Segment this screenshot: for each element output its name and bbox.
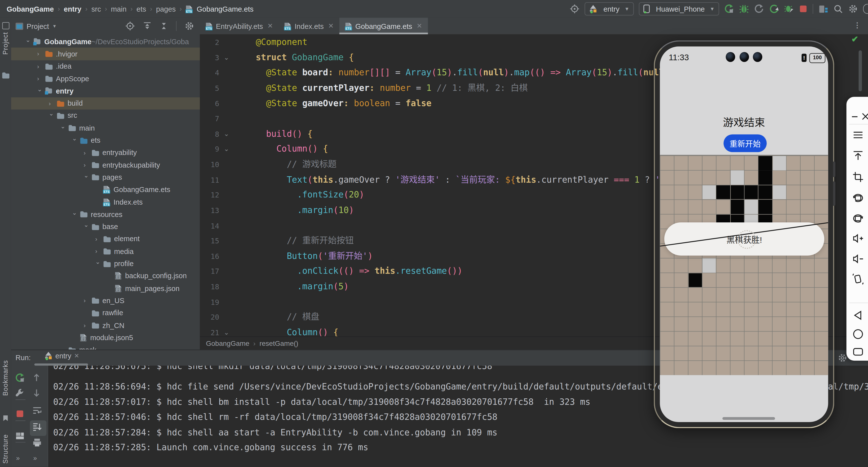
volume-down-icon[interactable] [852, 253, 868, 265]
chevron-expanded-icon[interactable]: ⌄ [49, 110, 55, 118]
editor-breadcrumb-item[interactable]: resetGame() [259, 340, 298, 347]
scroll-to-end-active[interactable] [30, 420, 46, 436]
menu-icon[interactable] [852, 129, 868, 141]
chevron-expanded-icon[interactable]: ⌄ [37, 86, 44, 93]
next-occurrence-icon[interactable] [32, 388, 41, 398]
home-indicator[interactable] [722, 417, 775, 420]
print-icon[interactable] [32, 438, 42, 447]
stop-icon[interactable] [16, 409, 25, 418]
tree-item-AppScope[interactable]: › AppScope [11, 72, 200, 85]
close-icon[interactable]: ✕ [328, 22, 334, 30]
restart-game-button[interactable]: 重新开始 [723, 135, 767, 152]
chevron-collapsed-icon[interactable]: › [84, 162, 90, 168]
soft-wrap-icon[interactable] [32, 406, 42, 415]
profile-button[interactable] [754, 4, 764, 14]
recents-icon[interactable] [852, 346, 868, 358]
tree-item-media[interactable]: › media [11, 245, 200, 258]
chevron-collapsed-icon[interactable]: › [95, 236, 102, 242]
chevron-collapsed-icon[interactable]: › [84, 297, 90, 304]
screenshot-top-icon[interactable] [852, 149, 868, 161]
restart-button[interactable] [769, 4, 779, 14]
debug-restart-button[interactable] [784, 4, 794, 14]
chevron-expanded-icon[interactable]: ⌄ [26, 36, 32, 43]
chevron-expanded-icon[interactable]: ⌄ [84, 172, 90, 179]
structure-tool-button[interactable] [818, 4, 828, 14]
chevron-expanded-icon[interactable]: ⌄ [84, 222, 90, 229]
tree-item-ets[interactable]: ⌄ ets [11, 134, 200, 146]
fold-marker-icon[interactable]: ⌄ [223, 52, 229, 63]
restore-layout-icon[interactable] [15, 431, 25, 441]
chevron-expanded-icon[interactable]: ⌄ [60, 123, 67, 130]
code-line-5[interactable]: @State currentPlayer: number = 1 // 1: 黑… [256, 82, 528, 94]
chevron-down-icon[interactable]: ▼ [52, 24, 57, 28]
prev-occurrence-icon[interactable] [32, 373, 41, 383]
tree-item-backup_config.json[interactable]: {;} backup_config.json [11, 270, 200, 282]
tree-item-.hvigor[interactable]: › .hvigor [11, 47, 200, 60]
strip-folder-icon[interactable] [2, 72, 9, 78]
tree-item-module.json5[interactable]: {;} module.json5 [11, 332, 200, 344]
close-icon[interactable]: ✕ [267, 22, 273, 30]
code-line-18[interactable]: .margin(5) [256, 281, 349, 293]
target-icon[interactable] [569, 4, 580, 14]
code-line-13[interactable]: .margin(10) [256, 205, 354, 216]
tree-item-.idea[interactable]: › .idea [11, 60, 200, 72]
tree-item-mock[interactable]: › mock [11, 344, 200, 350]
strip-label-bookmarks[interactable]: Bookmarks [2, 360, 9, 396]
tree-item-profile[interactable]: ⌄ profile [11, 258, 200, 270]
tab-options-icon[interactable]: ⋮ [854, 21, 861, 29]
tree-item-en_US[interactable]: › en_US [11, 295, 200, 307]
device-selector[interactable]: Huawei_Phone▼ [639, 2, 719, 15]
console-settings-icon[interactable] [838, 353, 847, 363]
breadcrumb-item[interactable]: pages [156, 5, 176, 13]
code-line-20[interactable]: // 棋盘 [256, 311, 319, 323]
run-tab-entry[interactable]: entry✕ [44, 352, 79, 360]
editor-scrollbar[interactable] [859, 51, 862, 91]
rotate-right-icon[interactable] [852, 212, 868, 225]
chevron-expanded-icon[interactable]: ⌄ [95, 259, 102, 266]
volume-up-icon[interactable] [852, 232, 868, 244]
tree-item-main_pages.json[interactable]: {;} main_pages.json [11, 282, 200, 295]
editor-breadcrumb-item[interactable]: GobangGame [206, 340, 249, 347]
breadcrumb-item[interactable]: ets [136, 5, 146, 13]
project-panel-title[interactable]: Project [27, 22, 49, 30]
tree-item-resources[interactable]: ⌄ resources [11, 208, 200, 221]
chevron-collapsed-icon[interactable]: › [37, 63, 44, 70]
fold-marker-icon[interactable]: ⌄ [223, 143, 229, 155]
chevron-collapsed-icon[interactable]: › [37, 51, 44, 57]
tree-item-zh_CN[interactable]: › zh_CN [11, 319, 200, 332]
chevron-collapsed-icon[interactable]: › [37, 75, 44, 82]
code-line-21[interactable]: Column() { [256, 327, 338, 336]
code-line-12[interactable]: .fontSize(20) [256, 189, 364, 201]
tree-item-base[interactable]: ⌄ base [11, 221, 200, 233]
edit-config-wrench-icon[interactable] [15, 388, 25, 398]
settings-button[interactable] [848, 4, 858, 14]
code-line-9[interactable]: Column() { [256, 143, 328, 155]
rotate-left-icon[interactable] [852, 192, 868, 204]
strip-label-project[interactable]: Project [2, 32, 9, 55]
fold-marker-icon[interactable]: ⌄ [223, 327, 229, 336]
breadcrumb-item[interactable]: main [111, 5, 126, 13]
chevron-expanded-icon[interactable]: ⌄ [72, 135, 79, 142]
run-button[interactable] [724, 4, 734, 14]
tree-item-rawfile[interactable]: rawfile [11, 307, 200, 319]
panel-settings-icon[interactable] [184, 21, 194, 31]
chevron-collapsed-icon[interactable]: › [60, 346, 67, 349]
chevron-collapsed-icon[interactable]: › [84, 149, 90, 156]
code-line-16[interactable]: Button('重新开始') [256, 251, 373, 262]
close-icon[interactable] [860, 110, 868, 123]
code-line-10[interactable]: // 游戏标题 [256, 159, 336, 170]
tree-item-GobangGame[interactable]: ⌄ GobangGame ~/DevEcoStudioProjects/Goba [11, 35, 200, 47]
tab-EntryAbility.ets[interactable]: ETSEntryAbility.ets✕ [200, 18, 278, 34]
expand-all-icon[interactable] [143, 22, 152, 30]
tree-item-entry[interactable]: ⌄ entry [11, 85, 200, 97]
close-icon[interactable]: ✕ [74, 353, 79, 360]
code-line-6[interactable]: @State gameOver: boolean = false [256, 98, 431, 109]
code-line-4[interactable]: @State board: number[][] = Array(15).fil… [256, 67, 674, 79]
stop-button[interactable] [799, 4, 808, 13]
code-line-3[interactable]: struct GobangGame { [256, 52, 354, 63]
more-icon[interactable]: » [16, 453, 19, 462]
tree-item-main[interactable]: ⌄ main [11, 122, 200, 134]
tree-item-src[interactable]: ⌄ src [11, 109, 200, 122]
module-selector[interactable]: entry▼ [585, 2, 634, 15]
rerun-icon[interactable] [15, 373, 25, 383]
